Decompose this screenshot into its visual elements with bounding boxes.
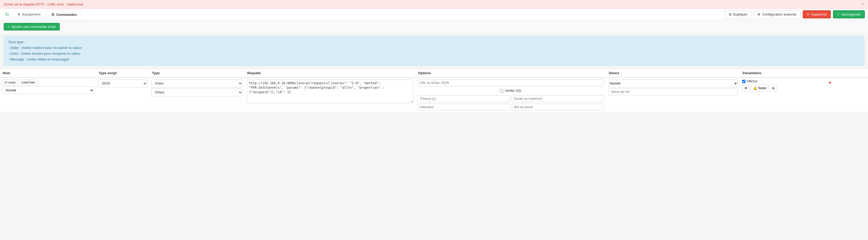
tab-commandes[interactable]: ☰ Commandes bbox=[46, 10, 82, 20]
col-header-requete: Requête bbox=[245, 69, 415, 78]
supprimer-label: Supprimer bbox=[811, 12, 827, 16]
dupliquer-label: Dupliquer bbox=[733, 12, 748, 16]
liste-chain-label: ListeChain bbox=[21, 81, 35, 84]
supprimer-icon: ✕ bbox=[807, 12, 809, 16]
error-banner: Echec de la requête HTTP : cURL error : … bbox=[0, 0, 868, 9]
supprimer-button[interactable]: ✕ Supprimer bbox=[803, 10, 831, 19]
type-script-select[interactable]: JSON HTML TEXT bbox=[98, 79, 148, 88]
cell-params: Afficher ⚙ 🔔 Tester ⧉ bbox=[740, 78, 825, 112]
sauvegarder-label: Sauvegarder bbox=[841, 12, 861, 16]
options-timeout-essais-row bbox=[417, 95, 604, 102]
col-header-actions bbox=[825, 69, 868, 78]
info-box: Sous type : - Slider : mettre #slider# p… bbox=[4, 36, 864, 66]
options-user-pass-row bbox=[417, 104, 604, 110]
cell-divers: Aucune bbox=[606, 78, 740, 112]
cell-type-script: JSON HTML TEXT bbox=[96, 78, 150, 112]
command-toolbar: + Ajouter une commande script bbox=[0, 20, 868, 33]
cell-type: Action Info Défaut Slider Color Message bbox=[149, 78, 245, 112]
icone-button[interactable]: 🏷 Icone bbox=[2, 79, 18, 85]
commands-table: Nom Type script Type Requête Options Div… bbox=[0, 68, 868, 112]
col-header-type-script: Type script bbox=[96, 69, 150, 78]
sauvegarder-icon: ✓ bbox=[837, 12, 840, 16]
equipement-icon: ⚙ bbox=[18, 12, 21, 16]
tab-bar: ↻ ⚙ Equipement ☰ Commandes ⧉ Dupliquer ⚙… bbox=[0, 9, 868, 20]
type-select-defaut[interactable]: Défaut Slider Color Message bbox=[151, 89, 243, 96]
params-config-button[interactable]: ⚙ bbox=[742, 85, 750, 92]
info-line4: - Message : mettre #title# et #message# bbox=[8, 57, 860, 62]
params-actions: ⚙ 🔔 Tester ⧉ bbox=[742, 85, 823, 92]
col-header-nom: Nom bbox=[0, 69, 96, 78]
ssl-label: Vérifier SSL bbox=[505, 89, 522, 93]
dupliquer-button[interactable]: ⧉ Dupliquer bbox=[725, 10, 752, 19]
icone-label: Icone bbox=[8, 81, 16, 84]
config-label: Configuration avancée bbox=[762, 12, 796, 16]
copy-button[interactable]: ⧉ bbox=[770, 85, 777, 92]
tab-bar-left: ↻ ⚙ Equipement ☰ Commandes bbox=[3, 9, 725, 19]
add-icon: + bbox=[8, 25, 10, 29]
add-command-label: Ajouter une commande script bbox=[11, 25, 56, 29]
config-icon: ⚙ bbox=[757, 12, 761, 16]
cell-actions: ● bbox=[825, 78, 868, 112]
nom-top-row: 🏷 Icone ListeChain bbox=[2, 79, 94, 85]
cell-nom: 🏷 Icone ListeChain Aucune bbox=[0, 78, 96, 112]
tab-equipement[interactable]: ⚙ Equipement bbox=[12, 9, 45, 19]
info-line3: - Color : mettre #color# pour récupérer … bbox=[8, 51, 860, 57]
info-line2: - Slider : mettre #slider# pour récupére… bbox=[8, 45, 860, 51]
essais-input[interactable] bbox=[512, 95, 604, 102]
liste-chain-button[interactable]: ListeChain bbox=[19, 79, 37, 85]
col-header-divers: Divers bbox=[606, 69, 740, 78]
col-header-type: Type bbox=[149, 69, 245, 78]
ssl-checkbox[interactable] bbox=[500, 89, 503, 93]
tab-bar-right: ⧉ Dupliquer ⚙ Configuration avancée ✕ Su… bbox=[725, 10, 865, 19]
commandes-icon: ☰ bbox=[51, 13, 55, 16]
ssl-row: Vérifier SSL bbox=[417, 88, 604, 94]
tag-icon: 🏷 bbox=[4, 81, 7, 84]
commands-table-container: Nom Type script Type Requête Options Div… bbox=[0, 68, 868, 112]
sauvegarder-button[interactable]: ✓ Sauvegarder bbox=[833, 10, 865, 19]
back-button[interactable]: ↻ bbox=[3, 10, 11, 19]
col-header-params: Paramètres bbox=[740, 69, 825, 78]
afficher-text: Afficher bbox=[747, 79, 757, 83]
cell-requete: http://192.168.0.16:8080/jsonrpc?request… bbox=[245, 78, 415, 112]
requete-textarea[interactable]: http://192.168.0.16:8080/jsonrpc?request… bbox=[247, 79, 413, 103]
tab-commandes-label: Commandes bbox=[56, 13, 76, 16]
divers-select[interactable]: Aucune bbox=[608, 79, 738, 88]
dupliquer-icon: ⧉ bbox=[729, 12, 731, 16]
error-message: Echec de la requête HTTP : cURL error : … bbox=[4, 2, 83, 6]
table-row: 🏷 Icone ListeChain Aucune JSON bbox=[0, 78, 868, 112]
add-command-button[interactable]: + Ajouter une commande script bbox=[4, 23, 60, 31]
tab-equipement-label: Equipement bbox=[22, 12, 40, 16]
valeur-inf-input[interactable] bbox=[608, 89, 738, 95]
tester-button[interactable]: 🔔 Tester bbox=[751, 85, 769, 92]
options-grid: Vérifier SSL bbox=[417, 79, 604, 110]
mot-de-passe-input[interactable] bbox=[512, 104, 604, 110]
afficher-checkbox[interactable] bbox=[742, 80, 746, 83]
afficher-label[interactable]: Afficher bbox=[742, 79, 823, 83]
col-header-options: Options bbox=[415, 69, 606, 78]
config-avancee-button[interactable]: ⚙ Configuration avancée bbox=[753, 10, 800, 19]
error-close-button[interactable]: × bbox=[861, 2, 864, 6]
options-url-input[interactable] bbox=[417, 79, 604, 86]
cell-options: Vérifier SSL bbox=[415, 78, 606, 112]
utilisateur-input[interactable] bbox=[417, 104, 510, 110]
nom-select[interactable]: Aucune bbox=[2, 86, 94, 94]
timeout-input[interactable] bbox=[417, 95, 510, 102]
remove-button[interactable]: ● bbox=[828, 79, 832, 85]
type-select-action[interactable]: Action Info bbox=[151, 79, 243, 88]
info-line1: Sous type : bbox=[8, 39, 860, 45]
